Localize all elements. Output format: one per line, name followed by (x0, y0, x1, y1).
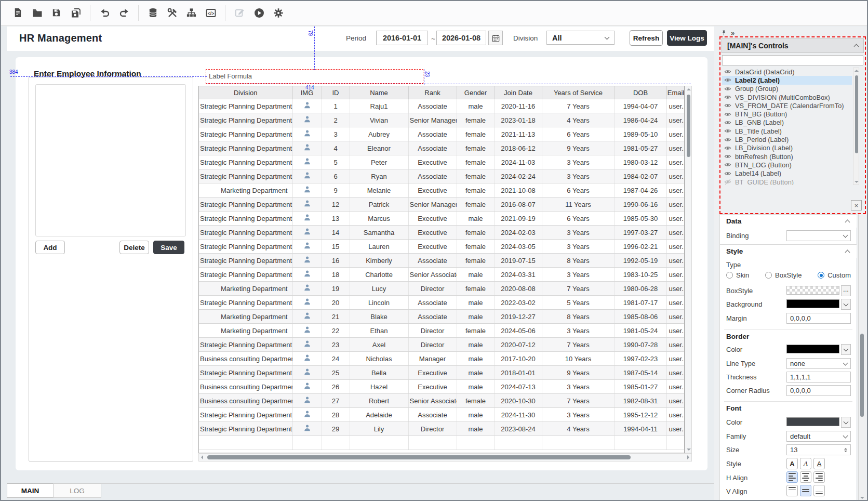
cell-join-date[interactable]: 2024-03-05 (495, 240, 542, 254)
cell-years[interactable]: 3 Years (542, 226, 615, 240)
cell-gender[interactable]: male (457, 338, 495, 352)
eye-icon[interactable] (724, 153, 731, 160)
cell-name[interactable]: Hazel (350, 380, 408, 394)
grid-col-email[interactable]: Email (666, 86, 685, 99)
grid-row[interactable]: Strategic Planning Department2VivianSeni… (199, 113, 685, 127)
cell-rank[interactable]: Executive (408, 226, 457, 240)
cell-name[interactable]: Ethan (350, 324, 408, 338)
grid-row[interactable]: Strategic Planning Department28AdelaideA… (199, 408, 685, 422)
cell-name[interactable]: Bella (350, 366, 408, 380)
cell-email[interactable]: user... (666, 212, 685, 226)
eye-icon[interactable] (724, 127, 731, 135)
build-tools-button[interactable] (163, 3, 182, 23)
cell-dob[interactable]: 1997-02-23 (615, 352, 666, 366)
period-from-input[interactable]: 2016-01-01 (376, 31, 428, 45)
cell-years[interactable]: 4 Years (542, 113, 615, 127)
cell-name[interactable]: Vivian (350, 113, 408, 127)
calendar-button[interactable] (488, 31, 503, 45)
grid-row[interactable]: Business consulting Department27RobertSe… (199, 394, 685, 408)
grid-row[interactable]: Strategic Planning Department25BellaExec… (199, 366, 685, 380)
background-dropdown-button[interactable] (841, 299, 851, 310)
cell-years[interactable]: 3 Years (542, 240, 615, 254)
cell-dob[interactable]: 1990-06-16 (615, 197, 666, 212)
control-list-item[interactable]: LB_Period (Label) (722, 135, 852, 143)
cell-name[interactable]: Lucy (350, 282, 408, 296)
cell-rank[interactable]: Director (408, 422, 457, 436)
cell-join-date[interactable]: 2024-02-24 (495, 169, 542, 183)
cell-rank[interactable]: Senior Associate (408, 268, 457, 282)
eye-icon[interactable] (724, 161, 731, 168)
cell-email[interactable]: user... (666, 169, 685, 183)
properties-panel-scrollbar[interactable] (858, 214, 865, 501)
cell-img[interactable] (292, 240, 322, 254)
type-radio-boxstyle[interactable]: BoxStyle (765, 271, 802, 279)
background-swatch[interactable] (786, 299, 839, 308)
cell-division[interactable]: Strategic Planning Department (199, 155, 292, 169)
cell-rank[interactable]: Executive (408, 155, 457, 169)
code-editor-button[interactable]: </> (201, 3, 220, 23)
radio-icon[interactable] (818, 272, 824, 279)
cell-years[interactable]: 3 Years (542, 380, 615, 394)
cell-years[interactable]: 6 Years (542, 183, 615, 197)
cell-img[interactable] (292, 254, 322, 268)
cell-name[interactable]: Charlotte (350, 268, 408, 282)
cell-dob[interactable]: 1997-03-27 (615, 226, 666, 240)
cell-gender[interactable]: male (457, 380, 495, 394)
cell-years[interactable]: 10 Years (542, 352, 615, 366)
cell-name[interactable]: Axel (350, 338, 408, 352)
valign-middle-button[interactable] (800, 485, 811, 496)
delete-button[interactable]: Delete (119, 241, 149, 254)
grid-row[interactable]: Business consulting Department26HazelExe… (199, 380, 685, 394)
cell-email[interactable]: user... (666, 394, 685, 408)
cell-img[interactable] (292, 99, 322, 113)
control-list-item[interactable]: LB_Title (Label) (722, 127, 852, 135)
cell-division[interactable]: Strategic Planning Department (199, 99, 292, 113)
grid-hscroll-thumb[interactable] (207, 455, 631, 459)
size-spinner[interactable] (844, 448, 847, 452)
boxstyle-swatch[interactable] (786, 286, 839, 295)
database-button[interactable] (143, 3, 163, 23)
cell-years[interactable]: 5 Years (542, 296, 615, 310)
cell-division[interactable]: Marketing Department (199, 183, 292, 197)
grid-col-join_date[interactable]: Join Date (495, 86, 542, 99)
cell-email[interactable]: user... (666, 254, 685, 268)
cell-id[interactable]: 14 (322, 226, 350, 240)
bold-button[interactable]: A (786, 458, 798, 469)
type-radio-custom[interactable]: Custom (818, 271, 851, 279)
grid-row[interactable]: Business consulting Department24Nicholas… (199, 352, 685, 366)
eye-icon[interactable] (724, 119, 731, 126)
period-to-input[interactable]: 2026-01-08 (436, 31, 486, 45)
cell-join-date[interactable]: 2024-03-31 (495, 268, 542, 282)
cell-division[interactable]: Marketing Department (199, 324, 292, 338)
cell-division[interactable]: Strategic Planning Department (199, 366, 292, 380)
cell-rank[interactable]: Associate (408, 408, 457, 422)
cell-email[interactable]: user... (666, 366, 685, 380)
underline-button[interactable]: A (813, 458, 825, 469)
cell-id[interactable]: 18 (322, 268, 350, 282)
cell-rank[interactable]: Associate (408, 99, 457, 113)
eye-icon[interactable] (724, 94, 731, 101)
cell-gender[interactable]: female (457, 183, 495, 197)
cell-division[interactable]: Strategic Planning Department (199, 212, 292, 226)
cell-name[interactable]: Raju1 (350, 99, 408, 113)
cell-division[interactable]: Strategic Planning Department (199, 127, 292, 141)
cell-email[interactable]: user... (666, 324, 685, 338)
cell-id[interactable]: 2 (322, 113, 350, 127)
cell-email[interactable]: user... (666, 226, 685, 240)
cell-email[interactable]: user... (666, 155, 685, 169)
cell-id[interactable]: 9 (322, 183, 350, 197)
grid-col-rank[interactable]: Rank (408, 86, 457, 99)
grid-horizontal-scrollbar[interactable] (198, 453, 692, 462)
cell-id[interactable]: 22 (322, 324, 350, 338)
cell-division[interactable]: Strategic Planning Department (199, 254, 292, 268)
cell-img[interactable] (292, 226, 322, 240)
cell-rank[interactable]: Executive (408, 366, 457, 380)
eye-icon[interactable] (724, 68, 731, 75)
selected-label-control[interactable]: Label Formula (207, 70, 422, 82)
cell-rank[interactable]: Executive (408, 212, 457, 226)
cell-join-date[interactable]: 2017-10-20 (495, 352, 542, 366)
cell-id[interactable]: 12 (322, 197, 350, 212)
edit-button[interactable] (230, 3, 249, 23)
cell-email[interactable]: user... (666, 296, 685, 310)
cell-gender[interactable]: female (457, 113, 495, 127)
